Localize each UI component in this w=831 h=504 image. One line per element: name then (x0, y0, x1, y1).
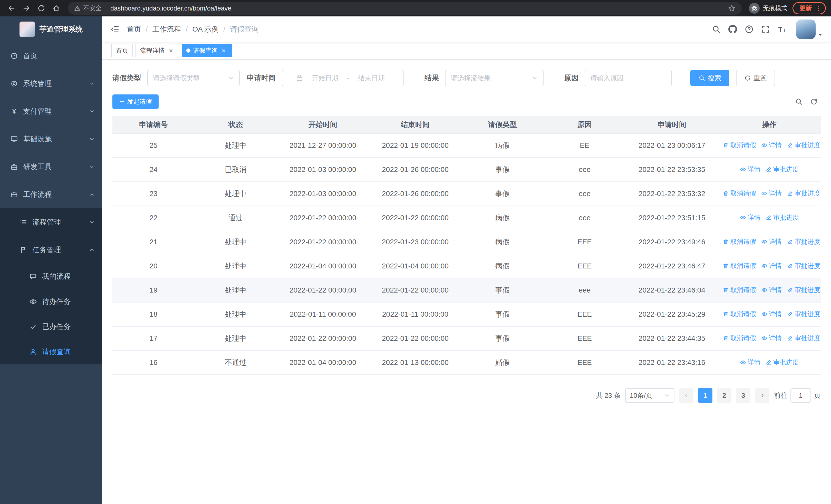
page-button-2[interactable]: 2 (717, 388, 732, 403)
fullscreen-icon[interactable] (761, 25, 770, 34)
breadcrumb-item[interactable]: 工作流程 (152, 24, 181, 34)
detail-link[interactable]: 详情 (761, 262, 782, 270)
detail-link[interactable]: 详情 (761, 189, 782, 198)
page-size-select[interactable]: 10条/页 (625, 388, 675, 403)
font-size-icon[interactable]: TT (778, 25, 786, 34)
page-button-3[interactable]: 3 (736, 388, 750, 403)
search-icon[interactable] (712, 25, 721, 34)
update-button[interactable]: 更新 (793, 2, 826, 14)
sidebar-item-todo-task[interactable]: 待办任务 (0, 289, 102, 314)
table-row[interactable]: 16不通过2022-01-04 00:00:002022-01-13 00:00… (112, 351, 821, 375)
end-date-input[interactable] (353, 74, 390, 82)
sidebar-item-workflow[interactable]: 工作流程 (0, 181, 102, 208)
question-icon[interactable] (745, 25, 753, 34)
detail-link[interactable]: 详情 (761, 310, 782, 318)
sidebar-item-my-process[interactable]: 我的流程 (0, 264, 102, 289)
browser-home-button[interactable] (50, 2, 63, 14)
table-row[interactable]: 18处理中2022-01-11 00:00:002022-01-11 00:00… (112, 302, 821, 326)
progress-link[interactable]: 审批进度 (787, 237, 820, 246)
sidebar-item-infrastructure[interactable]: 基础设施 (0, 125, 102, 153)
cancel-link[interactable]: 取消请假 (723, 237, 756, 246)
sidebar-item-task-management[interactable]: 任务管理 (0, 236, 102, 264)
sidebar-item-payment-management[interactable]: ¥支付管理 (0, 97, 102, 125)
address-bar[interactable]: 不安全 dashboard.yudao.iocoder.cn/bpm/oa/le… (68, 2, 742, 14)
cell-reason: EEE (544, 254, 626, 278)
progress-link[interactable]: 审批进度 (787, 189, 820, 198)
cancel-link[interactable]: 取消请假 (723, 262, 756, 270)
sidebar-item-dev-tools[interactable]: 研发工具 (0, 153, 102, 181)
toolbox-icon (10, 163, 18, 171)
browser-back-button[interactable] (5, 2, 18, 14)
detail-link[interactable]: 详情 (761, 334, 782, 342)
breadcrumb-item[interactable]: OA 示例 (193, 24, 219, 34)
user-avatar[interactable] (796, 20, 815, 39)
leave-type-select[interactable]: 请选择请假类型 (147, 70, 240, 86)
sidebar-item-system-management[interactable]: 系统管理 (0, 70, 102, 97)
cancel-link[interactable]: 取消请假 (723, 286, 756, 294)
breadcrumb-item[interactable]: 首页 (127, 24, 141, 34)
cell-ops: 取消请假详情审批进度 (718, 302, 821, 326)
security-warning[interactable]: 不安全 (74, 4, 102, 12)
kebab-menu-icon[interactable] (815, 5, 822, 11)
detail-link[interactable]: 详情 (740, 165, 761, 174)
progress-link[interactable]: 审批进度 (787, 334, 820, 342)
cancel-link[interactable]: 取消请假 (723, 189, 756, 198)
progress-link[interactable]: 审批进度 (787, 310, 820, 318)
apply-time-range-picker[interactable]: - (282, 70, 404, 86)
sidebar-item-done-task[interactable]: 已办任务 (0, 314, 102, 339)
next-page-button[interactable] (755, 388, 769, 403)
sidebar-item-process-management[interactable]: 流程管理 (0, 208, 102, 236)
detail-link[interactable]: 详情 (761, 237, 782, 246)
detail-label: 详情 (769, 286, 782, 294)
browser-nav-buttons (5, 2, 63, 14)
cell-start_time: 2022-01-03 00:00:00 (277, 157, 369, 182)
table-row[interactable]: 22通过2022-01-22 00:00:002022-01-22 00:00:… (112, 206, 821, 230)
user-menu[interactable] (796, 20, 823, 39)
tab-home[interactable]: 首页 (111, 44, 133, 57)
table-row[interactable]: 23处理中2022-01-03 00:00:002022-01-26 00:00… (112, 182, 821, 206)
cancel-link[interactable]: 取消请假 (723, 334, 756, 342)
table-row[interactable]: 21处理中2022-01-22 00:00:002022-01-23 00:00… (112, 230, 821, 254)
table-row[interactable]: 19处理中2022-01-22 00:00:002022-01-22 00:00… (112, 278, 821, 302)
cancel-link[interactable]: 取消请假 (723, 141, 756, 149)
progress-link[interactable]: 审批进度 (766, 358, 799, 366)
browser-forward-button[interactable] (20, 2, 33, 14)
close-icon[interactable]: × (167, 47, 174, 54)
start-date-input[interactable] (307, 74, 344, 82)
table-row[interactable]: 17处理中2022-01-22 00:00:002022-01-22 00:00… (112, 326, 821, 351)
reset-button[interactable]: 重置 (736, 70, 775, 86)
progress-link[interactable]: 审批进度 (766, 165, 799, 174)
refresh-table-icon[interactable] (810, 98, 818, 106)
detail-link[interactable]: 详情 (740, 213, 761, 222)
toggle-search-icon[interactable] (795, 98, 803, 106)
app-logo[interactable]: 芋道管理系统 (0, 17, 102, 42)
progress-link[interactable]: 审批进度 (766, 213, 799, 222)
sidebar-collapse-button[interactable] (110, 25, 120, 34)
tab-process-detail[interactable]: 流程详情× (136, 44, 179, 57)
breadcrumb-separator: / (223, 25, 225, 33)
bookmark-star-icon[interactable] (728, 4, 736, 12)
detail-link[interactable]: 详情 (761, 141, 782, 149)
detail-link[interactable]: 详情 (740, 358, 761, 366)
create-leave-button[interactable]: 发起请假 (112, 94, 159, 109)
table-row[interactable]: 24已取消2022-01-03 00:00:002022-01-26 00:00… (112, 157, 821, 182)
progress-link[interactable]: 审批进度 (787, 141, 820, 149)
page-button-1[interactable]: 1 (698, 388, 712, 403)
close-icon[interactable]: × (220, 47, 227, 54)
cancel-link[interactable]: 取消请假 (723, 310, 756, 318)
progress-link[interactable]: 审批进度 (787, 262, 820, 270)
progress-link[interactable]: 审批进度 (787, 286, 820, 294)
result-select[interactable]: 请选择流结果 (445, 70, 544, 86)
detail-link[interactable]: 详情 (761, 286, 782, 294)
reason-input[interactable] (590, 74, 666, 82)
table-row[interactable]: 20处理中2022-01-04 00:00:002022-01-04 00:00… (112, 254, 821, 278)
prev-page-button[interactable] (679, 388, 693, 403)
sidebar-item-leave-query[interactable]: 请假查询 (0, 339, 102, 364)
search-button[interactable]: 搜索 (690, 70, 729, 86)
browser-reload-button[interactable] (35, 2, 48, 14)
tab-leave-query[interactable]: 请假查询× (182, 44, 232, 57)
github-icon[interactable] (728, 25, 737, 34)
table-row[interactable]: 25处理中2021-12-27 00:00:002022-01-19 00:00… (112, 134, 821, 157)
goto-page-input[interactable] (791, 388, 811, 403)
sidebar-item-home[interactable]: 首页 (0, 42, 102, 70)
